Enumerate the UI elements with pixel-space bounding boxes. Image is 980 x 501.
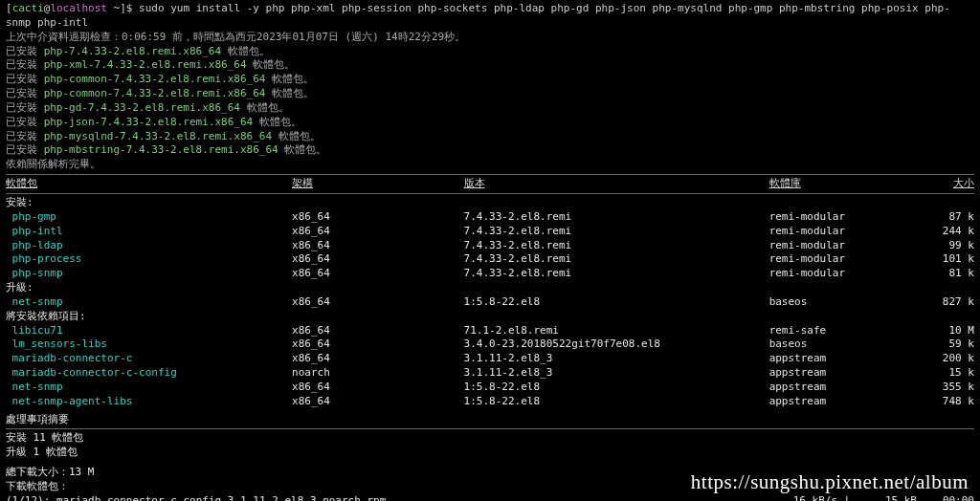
already-installed-item: 已安裝 php-7.4.33-2.el8.remi.x86_64 軟體包。	[6, 45, 974, 59]
already-installed-item: 已安裝 php-gd-7.4.33-2.el8.remi.x86_64 軟體包。	[6, 101, 974, 116]
already-installed-item: 已安裝 php-common-7.4.33-2.el8.remi.x86_64 …	[6, 87, 974, 101]
table-row: php-processx86_647.4.33-2.el8.remiremi-m…	[6, 252, 974, 267]
section-deps: 將安裝依賴項目:	[6, 310, 974, 324]
table-row: php-gmpx86_647.4.33-2.el8.remiremi-modul…	[6, 210, 974, 225]
prompt-host: localhost	[50, 2, 107, 14]
already-installed-item: 已安裝 php-xml-7.4.33-2.el8.remi.x86_64 軟體包…	[6, 58, 974, 73]
table-row: php-intlx86_647.4.33-2.el8.remiremi-modu…	[6, 225, 974, 239]
terminal-output[interactable]: [cacti@localhost ~]$ sudo yum install -y…	[0, 0, 980, 501]
already-installed-item: 已安裝 php-mbstring-7.4.33-2.el8.remi.x86_6…	[6, 143, 974, 158]
section-upgrade: 升級:	[6, 281, 974, 295]
already-installed-item: 已安裝 php-mysqlnd-7.4.33-2.el8.remi.x86_64…	[6, 130, 974, 144]
table-row: php-ldapx86_647.4.33-2.el8.remiremi-modu…	[6, 239, 974, 253]
divider	[6, 428, 974, 429]
table-row: lm_sensors-libsx86_643.4.0-23.20180522gi…	[6, 338, 974, 352]
already-installed-item: 已安裝 php-common-7.4.33-2.el8.remi.x86_64 …	[6, 73, 974, 87]
watermark-text: https://sungshu.pixnet.net/album	[691, 468, 969, 495]
divider	[6, 174, 974, 175]
table-row: mariadb-connector-cx86_643.1.11-2.el8_3a…	[6, 352, 974, 366]
upgrade-rows: net-snmpx86_641:5.8-22.el8baseos827 k	[6, 295, 974, 310]
table-header: 軟體包 架構 版本 軟體庫 大小	[6, 177, 974, 191]
summary-upgrade: 升級 1 軟體包	[6, 446, 974, 460]
prompt-line: [cacti@localhost ~]$ sudo yum install -y…	[6, 2, 974, 31]
prompt-user: cacti	[12, 2, 44, 14]
deps-resolved: 依賴關係解析完畢。	[6, 158, 974, 172]
command-text: sudo yum install -y php php-xml php-sess…	[6, 2, 950, 29]
already-installed-list: 已安裝 php-7.4.33-2.el8.remi.x86_64 軟體包。已安裝…	[6, 45, 974, 159]
table-row: libicu71x86_6471.1-2.el8.remiremi-safe10…	[6, 324, 974, 338]
table-row: net-snmpx86_641:5.8-22.el8appstream355 k	[6, 381, 974, 395]
summary-install: 安裝 11 軟體包	[6, 431, 974, 446]
section-install: 安裝:	[6, 196, 974, 210]
table-row: net-snmpx86_641:5.8-22.el8baseos827 k	[6, 295, 974, 310]
dependency-rows: libicu71x86_6471.1-2.el8.remiremi-safe10…	[6, 324, 974, 409]
table-row: php-snmpx86_647.4.33-2.el8.remiremi-modu…	[6, 267, 974, 281]
summary-header: 處理事項摘要	[6, 413, 974, 427]
install-rows: php-gmpx86_647.4.33-2.el8.remiremi-modul…	[6, 210, 974, 281]
table-row: net-snmp-agent-libsx86_641:5.8-22.el8app…	[6, 395, 974, 409]
divider	[6, 193, 974, 194]
table-row: mariadb-connector-c-confignoarch3.1.11-2…	[6, 366, 974, 381]
already-installed-item: 已安裝 php-json-7.4.33-2.el8.remi.x86_64 軟體…	[6, 116, 974, 130]
meta-line: 上次中介資料過期檢查：0:06:59 前，時間點為西元2023年01月07日 (…	[6, 31, 974, 45]
